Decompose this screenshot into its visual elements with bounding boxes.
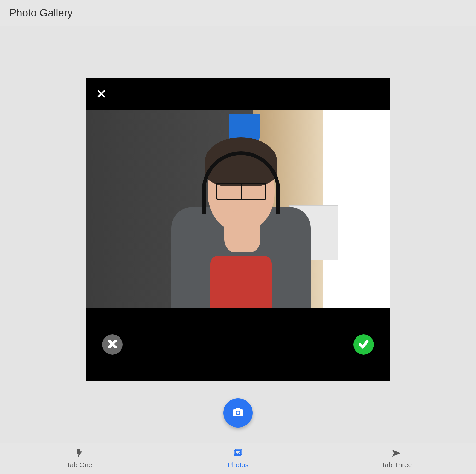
bottom-tab-bar: Tab One Photos Tab Three bbox=[0, 443, 476, 474]
camera-icon bbox=[232, 407, 244, 419]
x-icon bbox=[107, 339, 118, 350]
app-header: Photo Gallery bbox=[0, 0, 476, 26]
close-icon[interactable] bbox=[97, 89, 106, 99]
camera-preview-card bbox=[86, 78, 390, 381]
tab-photos-label: Photos bbox=[228, 461, 249, 469]
check-icon bbox=[358, 339, 369, 350]
camera-photo-preview bbox=[86, 110, 390, 308]
tab-three[interactable]: Tab Three bbox=[317, 443, 476, 474]
confirm-photo-button[interactable] bbox=[353, 334, 374, 355]
camera-bottom-bar bbox=[86, 308, 390, 381]
main-stage bbox=[0, 26, 476, 443]
camera-fab-button[interactable] bbox=[223, 398, 253, 428]
send-icon bbox=[391, 448, 402, 459]
discard-photo-button[interactable] bbox=[102, 334, 123, 355]
tab-one-label: Tab One bbox=[67, 461, 92, 469]
photo-scene-illustration bbox=[86, 110, 390, 308]
images-icon bbox=[233, 448, 243, 459]
tab-one[interactable]: Tab One bbox=[0, 443, 159, 474]
tab-three-label: Tab Three bbox=[381, 461, 412, 469]
flash-icon bbox=[74, 448, 85, 459]
camera-top-bar bbox=[86, 78, 390, 110]
page-title: Photo Gallery bbox=[9, 7, 73, 19]
tab-photos[interactable]: Photos bbox=[159, 443, 317, 474]
